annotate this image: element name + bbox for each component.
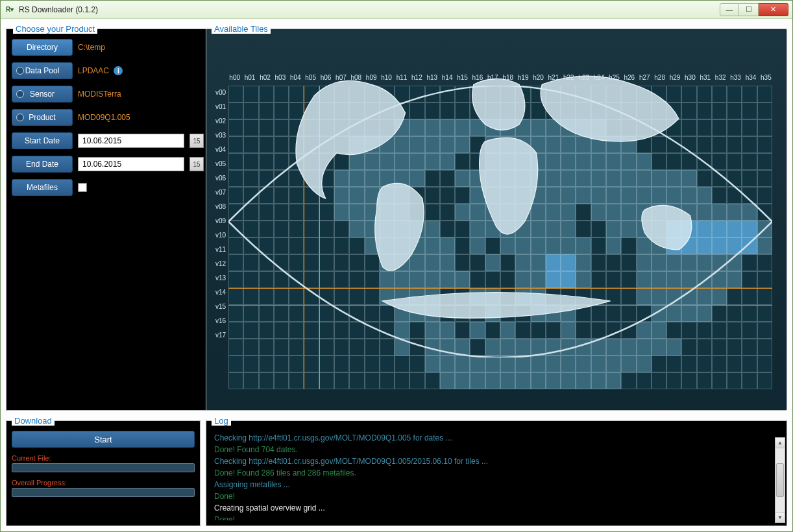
- tile-cell[interactable]: [576, 204, 591, 221]
- tile-cell[interactable]: [515, 288, 530, 305]
- tile-cell[interactable]: [319, 254, 334, 271]
- tile-cell[interactable]: [546, 221, 561, 237]
- tile-cell[interactable]: [304, 119, 319, 136]
- tile-cell[interactable]: [425, 170, 440, 187]
- tile-cell[interactable]: [409, 221, 424, 237]
- calendar-icon[interactable]: 15: [189, 157, 204, 171]
- tile-cell[interactable]: [727, 86, 742, 103]
- tile-cell[interactable]: [455, 288, 470, 305]
- tile-cell[interactable]: [712, 170, 727, 187]
- tile-cell[interactable]: [380, 204, 395, 221]
- tile-cell[interactable]: [380, 305, 395, 322]
- tile-cell[interactable]: [440, 103, 455, 119]
- tile-cell[interactable]: [727, 187, 742, 204]
- titlebar[interactable]: R▾ RS Downloader (0.1.2) — ☐ ✕: [1, 1, 792, 19]
- tile-cell[interactable]: [274, 237, 289, 254]
- tile-cell[interactable]: [425, 86, 440, 103]
- tile-cell[interactable]: [652, 103, 666, 119]
- tile-cell[interactable]: [274, 288, 289, 305]
- tile-cell[interactable]: [243, 237, 258, 254]
- tile-cell[interactable]: [546, 305, 561, 322]
- tile-cell[interactable]: [515, 86, 530, 103]
- tile-cell[interactable]: [409, 153, 424, 170]
- tiles-map[interactable]: h00h01h02h03h04h05h06h07h08h09h10h11h12h…: [212, 39, 781, 405]
- tile-cell[interactable]: [470, 187, 485, 204]
- tile-cell[interactable]: [561, 356, 576, 372]
- tile-cell[interactable]: [334, 187, 349, 204]
- tile-cell[interactable]: [380, 153, 395, 170]
- tile-cell[interactable]: [591, 271, 606, 288]
- tile-cell[interactable]: [697, 136, 712, 153]
- tile-cell[interactable]: [727, 339, 742, 356]
- tile-cell[interactable]: [576, 136, 591, 153]
- tile-cell[interactable]: [500, 187, 515, 204]
- tile-cell[interactable]: [531, 254, 546, 271]
- tile-cell[interactable]: [742, 254, 757, 271]
- tile-cell[interactable]: [455, 136, 470, 153]
- tile-cell[interactable]: [319, 136, 334, 153]
- tile-cell[interactable]: [546, 237, 561, 254]
- tile-cell[interactable]: [365, 136, 380, 153]
- tile-cell[interactable]: [727, 322, 742, 339]
- tile-cell[interactable]: [712, 271, 727, 288]
- tile-cell[interactable]: [697, 187, 712, 204]
- tile-cell[interactable]: [757, 356, 772, 372]
- tile-cell[interactable]: [757, 372, 772, 389]
- tile-cell[interactable]: [666, 86, 681, 103]
- tile-cell[interactable]: [546, 170, 561, 187]
- tile-cell[interactable]: [485, 221, 500, 237]
- tile-cell[interactable]: [319, 153, 334, 170]
- tile-cell[interactable]: [531, 322, 546, 339]
- metafiles-checkbox[interactable]: [78, 183, 87, 192]
- tile-cell[interactable]: [712, 305, 727, 322]
- tile-cell[interactable]: [304, 153, 319, 170]
- tile-cell[interactable]: [576, 221, 591, 237]
- tile-cell[interactable]: [561, 170, 576, 187]
- tile-cell[interactable]: [289, 288, 304, 305]
- tile-cell[interactable]: [697, 153, 712, 170]
- tile-cell[interactable]: [606, 86, 621, 103]
- tile-cell[interactable]: [304, 204, 319, 221]
- tile-cell[interactable]: [621, 119, 636, 136]
- tile-cell[interactable]: [243, 221, 258, 237]
- tile-cell[interactable]: [757, 153, 772, 170]
- tile-cell[interactable]: [395, 119, 409, 136]
- tile-cell[interactable]: [365, 288, 380, 305]
- tile-cell[interactable]: [742, 372, 757, 389]
- tile-cell[interactable]: [742, 356, 757, 372]
- tile-cell[interactable]: [652, 221, 666, 237]
- tile-cell[interactable]: [500, 356, 515, 372]
- tile-cell[interactable]: [515, 237, 530, 254]
- tile-cell[interactable]: [409, 204, 424, 221]
- tile-cell[interactable]: [546, 322, 561, 339]
- tile-cell[interactable]: [349, 170, 364, 187]
- tile-cell[interactable]: [546, 254, 561, 271]
- tile-cell[interactable]: [621, 170, 636, 187]
- tile-cell[interactable]: [621, 103, 636, 119]
- tile-cell[interactable]: [621, 237, 636, 254]
- tile-cell[interactable]: [531, 153, 546, 170]
- tile-cell[interactable]: [455, 221, 470, 237]
- tile-cell[interactable]: [621, 86, 636, 103]
- tile-cell[interactable]: [727, 136, 742, 153]
- tile-cell[interactable]: [500, 103, 515, 119]
- tile-cell[interactable]: [470, 136, 485, 153]
- tile-cell[interactable]: [742, 136, 757, 153]
- tile-cell[interactable]: [409, 271, 424, 288]
- tile-cell[interactable]: [591, 372, 606, 389]
- tile-cell[interactable]: [697, 271, 712, 288]
- tile-cell[interactable]: [304, 237, 319, 254]
- tile-cell[interactable]: [470, 305, 485, 322]
- tile-cell[interactable]: [757, 237, 772, 254]
- tile-cell[interactable]: [334, 221, 349, 237]
- tile-cell[interactable]: [652, 339, 666, 356]
- product-button[interactable]: Product: [12, 109, 73, 126]
- tile-cell[interactable]: [666, 119, 681, 136]
- tile-cell[interactable]: [712, 322, 727, 339]
- tile-cell[interactable]: [470, 170, 485, 187]
- tile-cell[interactable]: [349, 305, 364, 322]
- tile-cell[interactable]: [621, 322, 636, 339]
- tile-cell[interactable]: [666, 254, 681, 271]
- tile-cell[interactable]: [365, 254, 380, 271]
- tile-cell[interactable]: [742, 339, 757, 356]
